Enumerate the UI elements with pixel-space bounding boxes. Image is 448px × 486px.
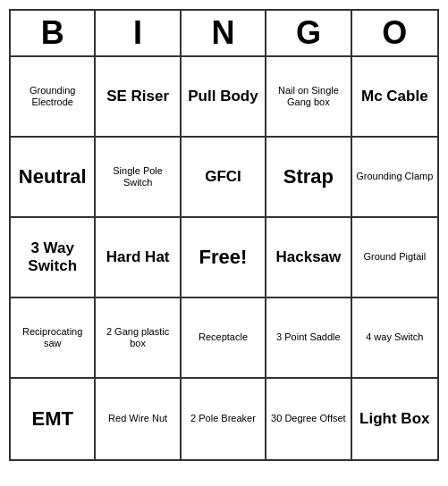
- bingo-cell: Mc Cable: [352, 57, 437, 138]
- bingo-cell: 30 Degree Offset: [266, 379, 351, 459]
- bingo-cell: 2 Pole Breaker: [182, 379, 266, 459]
- bingo-cell: SE Riser: [96, 57, 181, 138]
- bingo-cell: Light Box: [352, 379, 437, 459]
- header-letter: B: [11, 11, 96, 55]
- bingo-cell: Grounding Electrode: [11, 57, 96, 138]
- bingo-cell: Ground Pigtail: [352, 218, 437, 298]
- bingo-cell: Reciprocating saw: [11, 298, 96, 379]
- bingo-cell: Pull Body: [182, 57, 266, 138]
- bingo-cell: Hacksaw: [266, 218, 351, 298]
- header-letter: G: [266, 11, 351, 55]
- bingo-cell: GFCI: [182, 138, 266, 218]
- bingo-cell: 3 Way Switch: [11, 218, 96, 298]
- bingo-cell: Red Wire Nut: [96, 379, 181, 459]
- bingo-card: BINGO Grounding ElectrodeSE RiserPull Bo…: [9, 9, 439, 461]
- header-letter: I: [96, 11, 181, 55]
- bingo-cell: Strap: [266, 138, 351, 218]
- bingo-cell: 4 way Switch: [352, 298, 437, 379]
- bingo-cell: 3 Point Saddle: [266, 298, 351, 379]
- bingo-cell: Receptacle: [182, 298, 266, 379]
- bingo-header: BINGO: [11, 11, 437, 57]
- header-letter: O: [352, 11, 437, 55]
- bingo-cell: Nail on Single Gang box: [266, 57, 351, 138]
- bingo-cell: Free!: [182, 218, 266, 298]
- bingo-cell: Hard Hat: [96, 218, 181, 298]
- bingo-cell: Neutral: [11, 138, 96, 218]
- bingo-cell: Grounding Clamp: [352, 138, 437, 218]
- bingo-cell: 2 Gang plastic box: [96, 298, 181, 379]
- bingo-grid: Grounding ElectrodeSE RiserPull BodyNail…: [11, 57, 437, 459]
- bingo-cell: EMT: [11, 379, 96, 459]
- header-letter: N: [182, 11, 266, 55]
- bingo-cell: Single Pole Switch: [96, 138, 181, 218]
